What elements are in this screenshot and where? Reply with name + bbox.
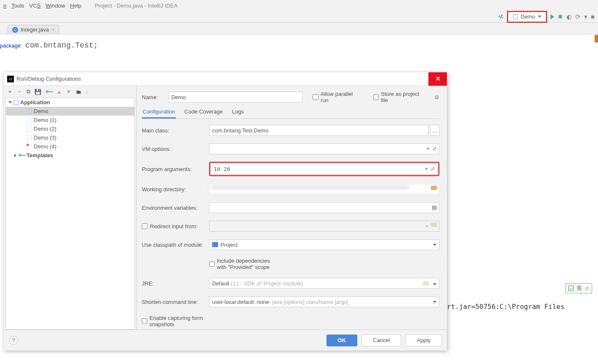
- expand-macro-icon[interactable]: +: [426, 145, 430, 152]
- debug-icon[interactable]: ✱: [558, 13, 563, 21]
- browse-folder-icon[interactable]: [431, 223, 437, 227]
- file-tab-integer[interactable]: C Integer.java ×: [8, 25, 59, 34]
- allow-parallel-checkbox[interactable]: Allow parallel run: [313, 91, 361, 103]
- wrench-icon: 🔧: [17, 151, 26, 160]
- folder-icon[interactable]: 🖿: [76, 89, 81, 95]
- move-down-icon[interactable]: ▼: [66, 89, 72, 95]
- expand-icon: [8, 101, 12, 103]
- include-provided-checkbox[interactable]: Include dependencies with "Provided" sco…: [209, 258, 276, 270]
- main-class-input[interactable]: [209, 125, 428, 136]
- gear-icon[interactable]: ⚙: [434, 94, 439, 100]
- expand-macro-icon[interactable]: +: [425, 166, 428, 172]
- shorten-label: Shorten command line:: [142, 299, 209, 305]
- close-tab-icon[interactable]: ×: [51, 26, 55, 33]
- run-config-selector[interactable]: Demo: [508, 12, 546, 21]
- run-icon[interactable]: [550, 14, 554, 19]
- program-args-label: Program arguments:: [142, 166, 209, 172]
- chevron-down-icon: [433, 301, 436, 303]
- tree-item-demo[interactable]: Demo: [6, 107, 134, 116]
- svg-rect-0: [569, 286, 574, 291]
- main-toolbar: ⚒ Demo ✱ ◐ ⟳ ▾ ■: [0, 11, 598, 23]
- vm-options-input[interactable]: [209, 143, 439, 154]
- tree-item-demo2[interactable]: Demo (2): [6, 124, 134, 133]
- edit-defaults-icon[interactable]: 🔧: [44, 87, 53, 96]
- classpath-select[interactable]: Project: [209, 239, 439, 250]
- menu-window[interactable]: Window: [45, 3, 65, 9]
- chevron-down-icon: [538, 16, 541, 18]
- tab-logs[interactable]: Logs: [231, 107, 245, 119]
- tab-configuration[interactable]: Configuration: [142, 107, 176, 119]
- config-tree[interactable]: Application Demo Demo (1) Demo (2) Demo …: [5, 98, 135, 330]
- chevron-down-icon: [423, 280, 436, 287]
- intellij-icon: IJ: [7, 76, 14, 82]
- expand-field-icon[interactable]: ⤢: [431, 166, 435, 172]
- working-dir-label: Working directory:: [142, 186, 209, 193]
- env-vars-input[interactable]: [209, 202, 439, 213]
- env-vars-label: Environment variables:: [142, 205, 209, 211]
- move-up-icon[interactable]: ▲: [56, 89, 62, 95]
- menu-vcs[interactable]: VCS: [29, 3, 41, 9]
- add-config-icon[interactable]: ＋: [7, 88, 13, 95]
- classpath-label: Use classpath of module:: [142, 242, 209, 248]
- expand-macro-icon[interactable]: +: [425, 223, 428, 229]
- java-class-icon: C: [12, 27, 18, 33]
- ime-indicator[interactable]: 英 ↺: [565, 283, 592, 293]
- application-icon: [27, 127, 32, 132]
- ok-button[interactable]: OK: [327, 335, 358, 346]
- editor-tabbar: C Integer.java ×: [0, 23, 598, 34]
- tree-templates-node[interactable]: 🔧 Templates: [6, 151, 134, 160]
- help-button[interactable]: ?: [9, 336, 18, 345]
- redirect-input-checkbox[interactable]: Redirect input from:: [142, 223, 209, 229]
- remove-config-icon[interactable]: －: [17, 88, 22, 95]
- console-output-fragment: rt.jar=50756:C:\Program Files: [447, 303, 564, 311]
- stop-icon[interactable]: ■: [591, 13, 595, 20]
- store-project-checkbox[interactable]: Store as project file: [373, 91, 427, 103]
- chevron-down-icon: [433, 244, 436, 246]
- working-dir-input[interactable]: xxxxxxxxxxxxxxxxxxxxxxxxxxxxxxxxxxxxxxxx…: [209, 184, 439, 195]
- cancel-button[interactable]: Cancel: [361, 335, 401, 346]
- attach-icon[interactable]: ▾: [584, 13, 587, 21]
- name-input[interactable]: [168, 92, 303, 103]
- code-editor[interactable]: package com.bntang.Test;: [0, 34, 598, 52]
- dialog-titlebar[interactable]: IJ Run/Debug Configurations ✕: [4, 72, 447, 86]
- name-label: Name:: [142, 94, 163, 100]
- tree-item-demo1[interactable]: Demo (1): [6, 116, 134, 124]
- jre-select[interactable]: Default (11 - SDK of 'Project' module): [209, 278, 439, 289]
- shorten-select[interactable]: user-local default: none - java [options…: [209, 296, 439, 307]
- dialog-title: Run/Debug Configurations: [16, 76, 81, 82]
- browse-main-class-button[interactable]: …: [430, 125, 439, 136]
- sort-icon[interactable]: ↕: [85, 89, 88, 95]
- program-args-input[interactable]: [211, 164, 438, 174]
- application-icon: [13, 100, 19, 105]
- profile-icon[interactable]: ⟳: [575, 13, 581, 21]
- browse-env-icon[interactable]: ▤: [432, 204, 437, 211]
- snapshot-checkbox[interactable]: Enable capturing form snapshots: [142, 315, 209, 327]
- dialog-close-button[interactable]: ✕: [428, 72, 447, 86]
- module-icon: [212, 242, 218, 247]
- tree-item-demo3[interactable]: Demo (3): [6, 133, 134, 142]
- menu-tools[interactable]: Tools: [11, 3, 24, 9]
- menu-n[interactable]: n: [3, 3, 6, 9]
- application-icon: [27, 118, 32, 123]
- tree-application-node[interactable]: Application: [6, 98, 134, 107]
- main-class-label: Main class:: [142, 127, 209, 134]
- tree-item-demo4[interactable]: Demo (4): [6, 142, 134, 151]
- coverage-icon[interactable]: ◐: [566, 13, 572, 21]
- run-config-name: Demo: [521, 13, 535, 20]
- run-config-highlight: Demo: [507, 11, 547, 23]
- vm-options-label: VM options:: [142, 146, 209, 152]
- save-config-icon[interactable]: 💾: [35, 89, 41, 95]
- main-menubar: n Tools VCS Window Help Project - Demo.j…: [0, 0, 598, 11]
- redirect-input-field[interactable]: [209, 221, 439, 232]
- apply-button[interactable]: Apply: [405, 335, 442, 346]
- dialog-footer: ? OK Cancel Apply: [4, 330, 447, 351]
- expand-field-icon[interactable]: ⤢: [432, 145, 437, 152]
- error-config-icon: [27, 144, 32, 149]
- application-icon: [27, 135, 32, 140]
- menu-help[interactable]: Help: [70, 3, 82, 9]
- tab-code-coverage[interactable]: Code Coverage: [183, 107, 223, 119]
- browse-folder-icon[interactable]: [431, 186, 437, 190]
- build-icon[interactable]: ⚒: [497, 13, 505, 21]
- copy-config-icon[interactable]: ⧉: [27, 88, 30, 95]
- config-form-panel: Name: Allow parallel run Store as projec…: [137, 86, 447, 330]
